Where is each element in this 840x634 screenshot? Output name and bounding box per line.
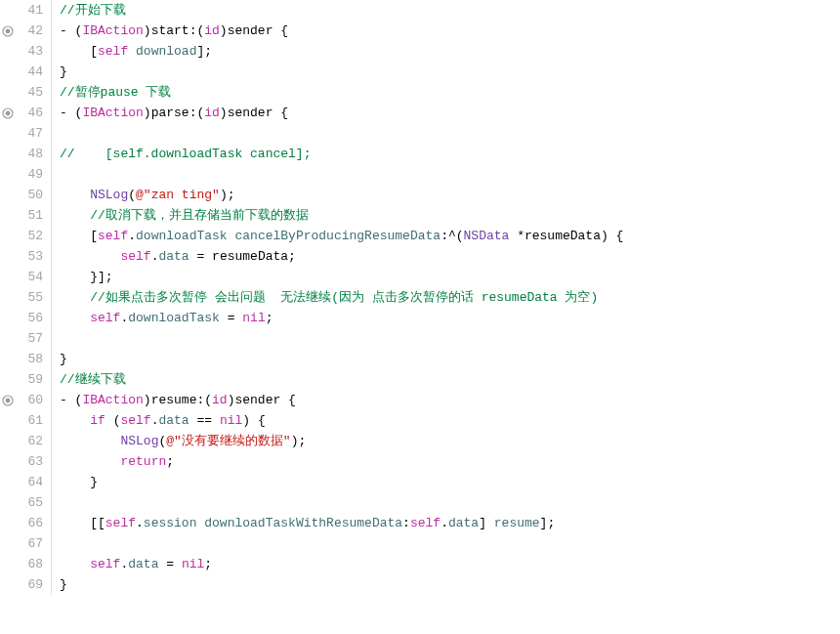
code-text[interactable]: //继续下载 [52,369,126,390]
code-text[interactable]: } [52,574,67,595]
code-line[interactable]: 63 return; [0,451,840,472]
code-text[interactable]: self.data = resumeData; [52,246,296,267]
token: data [128,557,158,571]
code-line[interactable]: 49 [0,164,840,185]
token: :^( [441,229,463,243]
code-text[interactable]: } [52,472,98,492]
code-text[interactable]: self.downloadTask = nil; [52,308,273,328]
token: }]; [60,270,113,284]
line-number: 58 [16,349,52,369]
code-line[interactable]: 69} [0,574,840,595]
ibaction-connection-icon[interactable] [0,395,16,406]
token: ); [220,188,235,202]
line-number: 43 [16,41,52,62]
token: - ( [60,106,82,120]
code-text[interactable]: - (IBAction)resume:(id)sender { [52,390,296,410]
line-number: 41 [16,0,52,21]
code-line[interactable]: 45//暂停pause 下载 [0,82,840,103]
line-number: 52 [16,226,52,246]
code-line[interactable]: 58} [0,349,840,369]
ibaction-connection-icon[interactable] [0,107,16,119]
code-text[interactable]: [self.downloadTask cancelByProducingResu… [52,226,623,246]
token: : [402,516,410,530]
code-text[interactable]: - (IBAction)start:(id)sender { [52,21,288,41]
token: data [158,413,189,428]
code-line[interactable]: 46- (IBAction)parse:(id)sender { [0,103,840,123]
line-number: 44 [16,62,52,82]
code-text[interactable]: //如果点击多次暂停 会出问题 无法继续(因为 点击多次暂停的话 resumeD… [52,287,598,308]
code-line[interactable]: 60- (IBAction)resume:(id)sender { [0,390,840,410]
token: self [105,516,136,530]
token [60,188,90,202]
line-number: 66 [16,513,52,533]
line-number: 55 [16,287,52,308]
token: // [self.downloadTask cancel]; [60,147,311,161]
line-number: 56 [16,308,52,328]
line-number: 68 [16,554,52,574]
code-line[interactable]: 48// [self.downloadTask cancel]; [0,144,840,164]
line-number: 63 [16,451,52,472]
code-line[interactable]: 64 } [0,472,840,492]
code-editor[interactable]: 41//开始下载42- (IBAction)start:(id)sender {… [0,0,840,595]
code-line[interactable]: 54 }]; [0,267,840,287]
code-text[interactable]: self.data = nil; [52,554,212,574]
code-text[interactable]: if (self.data == nil) { [52,410,266,431]
code-line[interactable]: 43 [self download]; [0,41,840,62]
code-line[interactable]: 65 [0,492,840,513]
code-line[interactable]: 47 [0,123,840,144]
code-line[interactable]: 53 self.data = resumeData; [0,246,840,267]
token: )sender { [220,106,288,120]
code-line[interactable]: 67 [0,533,840,554]
svg-point-5 [6,398,11,402]
token [60,290,90,305]
code-text[interactable]: //开始下载 [52,0,126,21]
code-line[interactable]: 62 NSLog(@"没有要继续的数据"); [0,431,840,451]
code-line[interactable]: 42- (IBAction)start:(id)sender { [0,21,840,41]
code-text[interactable]: - (IBAction)parse:(id)sender { [52,103,288,123]
token: nil [220,413,242,428]
line-number: 51 [16,205,52,226]
code-text[interactable]: // [self.downloadTask cancel]; [52,144,311,164]
code-text[interactable]: [self download]; [52,41,212,62]
token: downloadTaskWithResumeData [204,516,402,530]
code-text[interactable]: }]; [52,267,113,287]
code-line[interactable]: 44} [0,62,840,82]
code-line[interactable]: 57 [0,328,840,349]
line-number: 47 [16,123,52,144]
token [60,208,90,223]
code-text[interactable]: //取消下载，并且存储当前下载的数据 [52,205,309,226]
ibaction-connection-icon[interactable] [0,25,16,37]
token: = [158,557,181,571]
code-line[interactable]: 66 [[self.session downloadTaskWithResume… [0,513,840,533]
token: [[ [60,516,105,530]
code-line[interactable]: 55 //如果点击多次暂停 会出问题 无法继续(因为 点击多次暂停的话 resu… [0,287,840,308]
line-number: 67 [16,533,52,554]
code-line[interactable]: 61 if (self.data == nil) { [0,410,840,431]
token: downloadTask [136,229,228,243]
svg-point-3 [6,110,11,115]
line-number: 59 [16,369,52,390]
code-text[interactable]: //暂停pause 下载 [52,82,171,103]
token: )resume:( [144,393,212,407]
code-line[interactable]: 50 NSLog(@"zan ting"); [0,185,840,205]
code-line[interactable]: 59//继续下载 [0,369,840,390]
code-line[interactable]: 56 self.downloadTask = nil; [0,308,840,328]
token [60,434,120,448]
token: )start:( [144,23,204,38]
code-line[interactable]: 52 [self.downloadTask cancelByProducingR… [0,226,840,246]
code-text[interactable]: } [52,349,67,369]
code-text[interactable]: return; [52,451,174,472]
code-line[interactable]: 51 //取消下载，并且存储当前下载的数据 [0,205,840,226]
code-text[interactable]: NSLog(@"zan ting"); [52,185,234,205]
code-text[interactable]: } [52,62,67,82]
token [60,413,90,428]
token: self [98,44,128,59]
code-text[interactable]: [[self.session downloadTaskWithResumeDat… [52,513,555,533]
token: data [448,516,479,530]
code-line[interactable]: 41//开始下载 [0,0,840,21]
token: )sender { [220,23,288,38]
code-line[interactable]: 68 self.data = nil; [0,554,840,574]
token: - ( [60,23,82,38]
code-text[interactable]: NSLog(@"没有要继续的数据"); [52,431,306,451]
line-number: 57 [16,328,52,349]
